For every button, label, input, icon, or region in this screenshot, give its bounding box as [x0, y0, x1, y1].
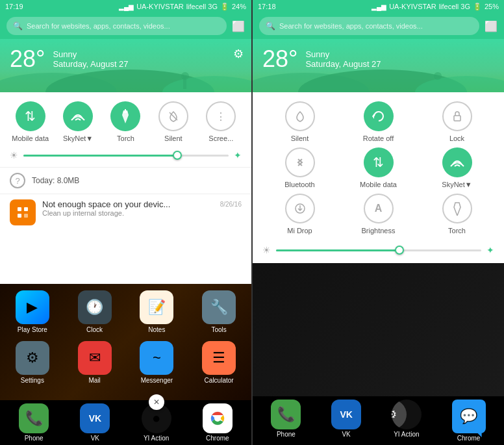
notification-card[interactable]: Not enough space on your devic... 8/26/1… [0, 194, 251, 231]
toggle-grid-right: Silent Rotate off Lock Bluetooth ⇅ Mobil… [253, 92, 504, 244]
svg-rect-4 [183, 76, 186, 89]
brightness-low-icon-right: ☀ [262, 245, 271, 255]
status-bar-right: 17:18 ▂▄▆ UA-KYIVSTAR lifecell 3G 🔋 25% [253, 0, 504, 13]
search-input-left[interactable]: 🔍 Search for websites, apps, contacts, v… [6, 17, 227, 35]
chrome-chat-bubble: 💬 [452, 400, 486, 433]
toggle-silent-left[interactable]: Silent [154, 101, 193, 142]
app-messenger[interactable]: ~ Messenger [127, 338, 187, 387]
screen-circle: ⋮ [206, 101, 236, 131]
app-grid-left: ▶ Play Store 🕐 Clock 📝 Notes 🔧 Tools ⚙ S… [0, 284, 251, 390]
silent-label-right: Silent [291, 134, 309, 142]
weather-left: 28° Sunny Saturday, August 27 ⚙ [0, 39, 251, 92]
play-store-icon: ▶ [16, 290, 49, 324]
phone-label-left: Phone [25, 435, 44, 442]
dock-left: 📞 Phone VK VK ● YI Action ✕ Chrome [0, 400, 251, 445]
gear-icon-left[interactable]: ⚙ [233, 47, 244, 61]
dock-chrome-right[interactable]: 💬 Chrome [452, 400, 486, 442]
brightness-circle: A [364, 194, 394, 223]
time-left: 17:19 [5, 3, 23, 10]
toggle-brightness[interactable]: A Brightness [342, 194, 415, 235]
dock-phone-left[interactable]: 📞 Phone [19, 403, 49, 442]
mail-label: Mail [88, 377, 100, 384]
status-right-right: ▂▄▆ UA-KYIVSTAR lifecell 3G 🔋 25% [372, 3, 499, 11]
notes-icon: 📝 [140, 290, 173, 324]
dock-chrome-left[interactable]: Chrome [203, 403, 233, 442]
app-play-store[interactable]: ▶ Play Store [3, 288, 62, 336]
dock-right: 📞 Phone VK VK ⚙ YI Action 💬 Chrome [253, 396, 504, 445]
toggle-mobile-data-right[interactable]: ⇅ Mobile data [342, 147, 415, 188]
network-left: lifecell 3G [186, 3, 218, 10]
skynet-circle [63, 101, 93, 131]
toggle-torch-right[interactable]: Torch [420, 194, 494, 235]
date-right: Saturday, August 27 [305, 59, 381, 69]
brightness-row-right: ☀ ✦ [253, 244, 504, 263]
toggle-mobile-data[interactable]: ⇅ Mobile data [11, 101, 50, 142]
toggle-bluetooth[interactable]: Bluetooth [263, 147, 336, 188]
calculator-icon: ☰ [202, 341, 236, 375]
quick-toggles-left: ⇅ Mobile data SkyNet▼ Torch [0, 92, 251, 167]
status-right: ▂▄▆ UA-KYIVSTAR lifecell 3G 🔋 24% [119, 3, 246, 11]
brightness-fill-right [276, 249, 399, 251]
app-tools[interactable]: 🔧 Tools [189, 288, 249, 336]
chrome-label-left: Chrome [206, 435, 229, 442]
status-left-right: 17:18 [258, 3, 276, 10]
toggle-midrop[interactable]: Mi Drop [263, 194, 336, 235]
app-settings[interactable]: ⚙ Settings [3, 338, 62, 387]
app-notes[interactable]: 📝 Notes [127, 288, 187, 336]
notification-time: 8/26/16 [220, 201, 242, 208]
gear-badge: ⚙ [392, 400, 407, 429]
app-clock[interactable]: 🕐 Clock [65, 288, 125, 336]
messenger-label: Messenger [141, 377, 173, 384]
chrome-icon-left [203, 403, 233, 433]
notes-label: Notes [148, 326, 165, 333]
brightness-label: Brightness [362, 227, 396, 235]
brightness-thumb-right[interactable] [395, 246, 404, 255]
brightness-track-left[interactable] [23, 155, 229, 157]
mobile-data-label: Mobile data [12, 134, 49, 142]
toggle-skynet-right[interactable]: SkyNet▼ [420, 147, 494, 188]
toggle-lock[interactable]: Lock [420, 101, 494, 142]
condition-right: Sunny [305, 49, 381, 59]
signal-icon: ▂▄▆ [119, 3, 134, 10]
yi-icon-right: ⚙ [392, 400, 422, 429]
phone-icon-left: 📞 [19, 403, 49, 433]
tools-label: Tools [211, 326, 226, 333]
search-input-right[interactable]: 🔍 Search for websites, apps, contacts, v… [259, 17, 479, 35]
chrome-label-right: Chrome [457, 435, 481, 442]
toggle-skynet[interactable]: SkyNet▼ [58, 101, 97, 142]
battery-icon-right: 🔋 [473, 3, 482, 11]
brightness-track-right[interactable] [276, 249, 481, 251]
messenger-icon: ~ [140, 341, 173, 375]
toggle-screen[interactable]: ⋮ Scree... [201, 101, 240, 142]
dock-vk-left[interactable]: VK VK [80, 403, 110, 442]
midrop-label: Mi Drop [287, 227, 312, 235]
toggle-torch-left[interactable]: Torch [106, 101, 145, 142]
settings-label: Settings [21, 377, 44, 384]
torch-circle-left [110, 101, 140, 131]
dock-yi-right[interactable]: ⚙ YI Action [392, 400, 422, 442]
dock-yi-left[interactable]: ● YI Action ✕ [142, 403, 171, 442]
app-calculator[interactable]: ☰ Calculator [189, 338, 249, 387]
close-button[interactable]: ✕ [149, 394, 164, 410]
skynet-label-right: SkyNet▼ [442, 181, 472, 188]
brightness-thumb-left[interactable] [173, 151, 182, 160]
phone-icon-right: 📞 [271, 400, 301, 429]
app-mail[interactable]: ✉ Mail [65, 338, 125, 387]
settings-icon: ⚙ [16, 341, 49, 375]
search-bar-right[interactable]: 🔍 Search for websites, apps, contacts, v… [253, 13, 504, 39]
dock-phone-right[interactable]: 📞 Phone [271, 400, 301, 442]
toggle-rotate[interactable]: Rotate off [342, 101, 415, 142]
left-panel: 17:19 ▂▄▆ UA-KYIVSTAR lifecell 3G 🔋 24% … [0, 0, 251, 445]
data-usage-row: ? Today: 8.0MB [0, 167, 251, 194]
vk-label-left: VK [91, 435, 99, 442]
dock-vk-right[interactable]: VK VK [331, 400, 361, 442]
bluetooth-label: Bluetooth [284, 181, 314, 188]
notification-title: Not enough space on your devic... [42, 199, 170, 209]
temp-right: 28° [262, 45, 297, 73]
search-bar-left[interactable]: 🔍 Search for websites, apps, contacts, v… [0, 13, 251, 39]
mail-icon: ✉ [78, 341, 112, 375]
battery-icon: 🔋 [220, 3, 229, 11]
yi-label-left: YI Action [144, 435, 169, 442]
torch-circle-right [442, 194, 472, 223]
toggle-silent-right[interactable]: Silent [263, 101, 336, 142]
